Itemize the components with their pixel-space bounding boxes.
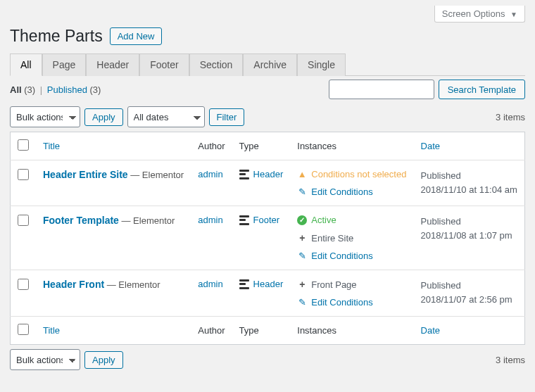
search-button[interactable]: Search Template [439, 80, 525, 99]
add-new-button[interactable]: Add New [110, 27, 163, 45]
instance-text: Conditions not selected [311, 169, 406, 179]
author-link[interactable]: admin [198, 215, 222, 225]
filter-all-label: All [10, 84, 22, 95]
type-link[interactable]: Header [253, 169, 284, 179]
screen-options-label: Screen Options [442, 8, 505, 19]
col-date-foot[interactable]: Date [421, 325, 440, 336]
table-row: Header Entire Site — Elementor admin Hea… [11, 160, 525, 206]
items-count-bottom: 3 items [496, 355, 525, 365]
date-word: Published [421, 280, 461, 291]
date-full: 2018/11/10 at 11:04 am [421, 184, 517, 195]
row-title-link[interactable]: Header Front [43, 279, 104, 290]
type-link[interactable]: Footer [253, 215, 280, 225]
date-word: Published [421, 170, 461, 181]
col-author: Author [191, 132, 232, 160]
plus-icon: + [297, 232, 307, 244]
instance-link[interactable]: Edit Conditions [311, 251, 372, 261]
search-input[interactable] [329, 80, 434, 99]
instance-text: Active [311, 215, 336, 225]
date-full: 2018/11/07 at 2:56 pm [421, 294, 512, 305]
apply-bulk-button[interactable]: Apply [84, 108, 123, 126]
filter-all-count: (3) [24, 84, 35, 95]
tab-page[interactable]: Page [42, 53, 87, 76]
tab-footer[interactable]: Footer [139, 53, 189, 76]
col-title[interactable]: Title [43, 141, 60, 151]
screen-options-button[interactable]: Screen Options ▼ [434, 6, 525, 23]
page-title: Theme Parts [10, 27, 103, 46]
warning-icon: ▲ [297, 169, 307, 179]
elementor-icon [239, 215, 249, 225]
tab-archive[interactable]: Archive [243, 53, 297, 76]
tab-section[interactable]: Section [189, 53, 244, 76]
pencil-icon: ✎ [297, 251, 307, 261]
plus-icon: + [297, 279, 307, 290]
col-title-foot[interactable]: Title [43, 325, 60, 336]
row-checkbox[interactable] [18, 279, 29, 290]
templates-table: Title Author Type Instances Date Header … [10, 132, 525, 345]
date-word: Published [421, 216, 461, 227]
row-title-link[interactable]: Footer Template [43, 215, 119, 226]
elementor-icon [239, 170, 249, 179]
tab-header[interactable]: Header [86, 53, 139, 76]
tab-single[interactable]: Single [297, 53, 346, 76]
table-row: Footer Template — Elementor admin Footer… [11, 206, 525, 270]
row-checkbox[interactable] [18, 215, 29, 226]
row-title-link[interactable]: Header Entire Site [43, 169, 128, 180]
check-circle-icon: ✓ [297, 215, 307, 225]
col-instances: Instances [290, 132, 413, 160]
filter-published-link[interactable]: Published [47, 84, 87, 95]
chevron-down-icon: ▼ [510, 11, 517, 18]
col-author-foot: Author [191, 317, 232, 345]
author-link[interactable]: admin [198, 279, 222, 289]
instance-link[interactable]: Edit Conditions [311, 297, 372, 308]
row-builder-sep: — Elementor [107, 279, 160, 290]
bulk-actions-select-bottom[interactable]: Bulk actions [10, 349, 80, 370]
tab-all[interactable]: All [10, 53, 42, 76]
instance-text: Front Page [311, 279, 356, 290]
filter-button[interactable]: Filter [209, 108, 245, 126]
select-all-checkbox-bottom[interactable] [18, 324, 29, 335]
elementor-icon [239, 279, 249, 289]
col-type-foot: Type [232, 317, 291, 345]
type-link[interactable]: Header [253, 279, 284, 289]
date-full: 2018/11/08 at 1:07 pm [421, 230, 512, 241]
table-row: Header Front — Elementor admin Header + … [11, 270, 525, 317]
bulk-actions-select[interactable]: Bulk actions [10, 106, 80, 127]
instance-link[interactable]: Edit Conditions [311, 186, 372, 197]
row-builder-sep: — Elementor [130, 170, 184, 180]
instance-text: Entire Site [311, 233, 353, 244]
col-date[interactable]: Date [421, 141, 440, 151]
author-link[interactable]: admin [198, 169, 222, 179]
items-count-top: 3 items [496, 112, 525, 122]
col-instances-foot: Instances [290, 317, 413, 345]
pencil-icon: ✎ [297, 297, 307, 308]
pencil-icon: ✎ [297, 186, 307, 197]
date-filter-select[interactable]: All dates [127, 106, 205, 127]
col-type: Type [232, 132, 291, 160]
select-all-checkbox[interactable] [18, 139, 29, 151]
row-builder-sep: — Elementor [122, 215, 175, 226]
apply-bulk-button-bottom[interactable]: Apply [84, 351, 123, 369]
filter-published-count: (3) [90, 84, 101, 95]
row-checkbox[interactable] [18, 169, 29, 180]
